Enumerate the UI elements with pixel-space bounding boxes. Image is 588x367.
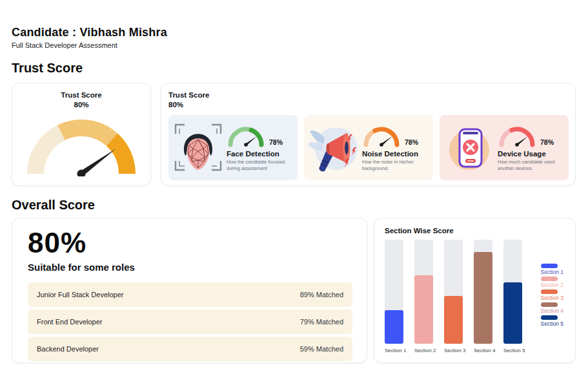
bar-track xyxy=(385,240,403,344)
bar-fill xyxy=(444,296,463,344)
bar-column-5: Section 5 xyxy=(503,240,522,353)
bar-fill xyxy=(503,282,522,344)
role-match-list: Junior Full Stack Developer 89% Matched … xyxy=(28,282,352,361)
overall-score-section: 80% Suitable for some roles Junior Full … xyxy=(12,218,576,363)
noise-detection-value: 78% xyxy=(405,138,418,147)
legend-item-3[interactable]: Section 3 xyxy=(541,289,563,301)
legend-label: Section 4 xyxy=(541,308,563,314)
role-match-value: 59% Matched xyxy=(300,345,343,353)
legend-swatch xyxy=(541,277,558,281)
trust-metric-row: 78% Face Detection How the candidate foc… xyxy=(168,115,569,180)
bar-column-4: Section 4 xyxy=(474,240,492,353)
suitability-text: Suitable for some roles xyxy=(28,262,352,273)
legend-item-1[interactable]: Section 1 xyxy=(541,264,563,275)
trust-gauge-title: Trust Score xyxy=(12,90,150,100)
noise-detection-info: 78% Noise Detection How the noise in his… xyxy=(362,123,428,172)
bar-axis-label: Section 4 xyxy=(474,348,492,353)
legend-swatch xyxy=(541,315,558,320)
bar-track xyxy=(444,240,463,344)
face-scan-icon xyxy=(171,120,225,174)
megaphone-icon xyxy=(307,120,361,174)
legend-item-5[interactable]: Section 5 xyxy=(541,315,563,327)
trust-score-section: Trust Score 80% Trust Score 80% xyxy=(12,83,576,186)
page-title: Candidate : Vibhash Mishra xyxy=(12,26,576,39)
noise-detection-title: Noise Detection xyxy=(362,150,427,158)
device-usage-gauge-icon xyxy=(498,123,539,147)
bar-track xyxy=(474,240,492,344)
trust-gauge-card: Trust Score 80% xyxy=(12,83,151,186)
bar-axis-label: Section 5 xyxy=(503,348,522,353)
legend-item-4[interactable]: Section 4 xyxy=(541,302,563,314)
trust-detail-panel: Trust Score 80% xyxy=(161,83,576,186)
trust-score-heading: Trust Score xyxy=(12,61,576,76)
overall-score-card: 80% Suitable for some roles Junior Full … xyxy=(12,218,367,363)
face-detection-info: 78% Face Detection How the candidate foc… xyxy=(227,123,292,172)
bar-fill xyxy=(385,310,403,344)
bar-fill xyxy=(414,275,433,344)
chart-body: Section 1Section 2Section 3Section 4Sect… xyxy=(385,240,565,353)
legend-swatch xyxy=(541,302,558,307)
page-subtitle: Full Stack Developer Assessment xyxy=(12,41,576,49)
overall-score-value: 80% xyxy=(28,229,352,257)
role-match-value: 79% Matched xyxy=(300,318,343,326)
bar-fill xyxy=(474,252,492,344)
bar-track xyxy=(503,240,522,344)
device-usage-title: Device Usage xyxy=(498,150,562,158)
face-detection-title: Face Detection xyxy=(227,150,291,158)
noise-detection-description: How the noise in his/her background. xyxy=(362,159,427,172)
trust-gauge-icon xyxy=(25,114,138,176)
bar-axis-label: Section 2 xyxy=(414,348,433,353)
device-usage-gauge-row: 78% xyxy=(498,123,562,147)
bar-column-3: Section 3 xyxy=(444,240,463,353)
bars: Section 1Section 2Section 3Section 4Sect… xyxy=(385,240,522,353)
chart-legend: Section 1Section 2Section 3Section 4Sect… xyxy=(541,240,565,353)
chart-title: Section Wise Score xyxy=(385,227,565,235)
role-label: Junior Full Stack Developer xyxy=(37,291,124,299)
legend-swatch xyxy=(541,289,558,294)
legend-label: Section 2 xyxy=(541,282,563,288)
trust-gauge-value: 80% xyxy=(12,100,150,110)
device-usage-value: 78% xyxy=(540,138,554,147)
bar-column-1: Section 1 xyxy=(385,240,403,353)
legend-swatch xyxy=(541,264,558,268)
face-detection-gauge-icon xyxy=(227,123,268,147)
role-label: Backend Developer xyxy=(37,345,99,353)
face-detection-description: How the candidate focused during assessm… xyxy=(227,159,291,172)
face-detection-gauge-row: 78% xyxy=(227,123,291,147)
phone-blocked-icon xyxy=(442,120,496,174)
bar-column-2: Section 2 xyxy=(414,240,433,353)
device-usage-description: How much candidate used another devices. xyxy=(498,159,562,172)
noise-detection-gauge-icon xyxy=(362,123,403,147)
noise-detection-card: 78% Noise Detection How the noise in his… xyxy=(304,115,433,180)
role-row-junior-full-stack: Junior Full Stack Developer 89% Matched xyxy=(28,282,352,307)
face-detection-value: 78% xyxy=(269,138,283,147)
trust-panel-value: 80% xyxy=(168,100,569,110)
device-usage-card: 78% Device Usage How much candidate used… xyxy=(440,115,569,180)
assessment-report-page: Candidate : Vibhash Mishra Full Stack De… xyxy=(0,0,588,363)
bar-track xyxy=(414,240,433,344)
bar-axis-label: Section 3 xyxy=(444,348,463,353)
legend-label: Section 3 xyxy=(541,295,563,301)
legend-item-2[interactable]: Section 2 xyxy=(541,277,563,288)
trust-panel-title: Trust Score xyxy=(168,90,569,100)
role-row-front-end: Front End Developer 79% Matched xyxy=(28,309,352,334)
section-wise-score-card: Section Wise Score Section 1Section 2Sec… xyxy=(374,218,576,363)
face-detection-card: 78% Face Detection How the candidate foc… xyxy=(168,115,298,180)
bar-axis-label: Section 1 xyxy=(385,348,403,353)
role-row-backend: Backend Developer 59% Matched xyxy=(28,337,352,361)
legend-label: Section 1 xyxy=(541,269,563,275)
legend-label: Section 5 xyxy=(541,320,563,327)
overall-score-heading: Overall Score xyxy=(12,198,576,213)
role-match-value: 89% Matched xyxy=(300,291,343,299)
noise-detection-gauge-row: 78% xyxy=(362,123,427,147)
device-usage-info: 78% Device Usage How much candidate used… xyxy=(498,123,563,172)
role-label: Front End Developer xyxy=(37,318,103,326)
